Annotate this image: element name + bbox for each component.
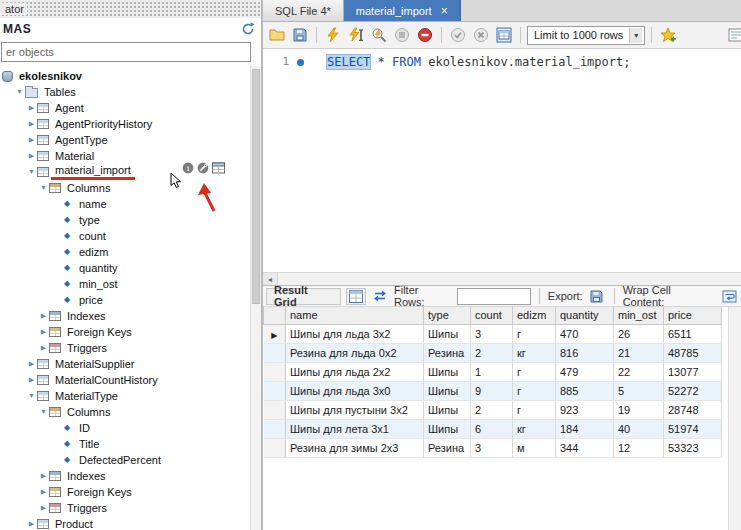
filter-objects-input[interactable]	[1, 42, 251, 62]
collapse-arrow-icon[interactable]: ▼	[38, 180, 49, 196]
tree-scrollbar[interactable]	[250, 66, 261, 530]
close-tab-icon[interactable]: ×	[441, 6, 448, 16]
tree-item-price[interactable]: price	[0, 292, 261, 308]
column-header-count[interactable]: count	[471, 307, 513, 324]
grid-cell[interactable]: Резина для льда 0x2	[286, 343, 424, 362]
grid-cell[interactable]: 2	[471, 343, 513, 362]
tree-item-ekolesnikov[interactable]: ekolesnikov	[0, 68, 261, 84]
grid-cell[interactable]: 3	[471, 324, 513, 343]
tree-item-agenttype[interactable]: ▶AgentType	[0, 132, 261, 148]
tree-item-materialsupplier[interactable]: ▶MaterialSupplier	[0, 356, 261, 372]
grid-cell[interactable]: 6511	[664, 324, 722, 343]
export-icon[interactable]	[588, 288, 606, 305]
grid-cell[interactable]: Шипы для пустыни 3x2	[286, 400, 424, 419]
grid-cell[interactable]: 923	[556, 400, 614, 419]
limit-rows-dropdown[interactable]: Limit to 1000 rows ▾	[527, 26, 645, 45]
grid-cell[interactable]: 184	[556, 419, 614, 438]
expand-arrow-icon[interactable]: ▶	[38, 484, 49, 500]
grid-cell[interactable]: 470	[556, 324, 614, 343]
tree-item-foreign-keys[interactable]: ▶Foreign Keys	[0, 324, 261, 340]
expand-arrow-icon[interactable]: ▶	[38, 324, 49, 340]
grid-cell[interactable]: Резина	[424, 438, 471, 457]
grid-vscrollbar[interactable]	[728, 307, 741, 530]
grid-cell[interactable]: 51974	[664, 419, 722, 438]
tree-item-title[interactable]: Title	[0, 436, 261, 452]
execute-current-icon[interactable]	[346, 25, 366, 45]
grid-cell[interactable]: Резина	[424, 343, 471, 362]
expand-arrow-icon[interactable]: ▶	[38, 500, 49, 516]
tree-item-defectedpercent[interactable]: DefectedPercent	[0, 452, 261, 468]
grid-cell[interactable]: Шипы для льда 2x2	[286, 362, 424, 381]
wrap-text-icon[interactable]	[726, 25, 741, 45]
grid-cell[interactable]: Шипы для льда 3x2	[286, 324, 424, 343]
tree-item-indexes[interactable]: ▶Indexes	[0, 308, 261, 324]
table-row[interactable]: Шипы для пустыни 3x2Шипы2г9231928748	[264, 400, 722, 419]
tree-item-triggers[interactable]: ▶Triggers	[0, 340, 261, 356]
explain-icon[interactable]	[369, 25, 389, 45]
tree-item-quantity[interactable]: quantity	[0, 260, 261, 276]
grid-cell[interactable]: 53323	[664, 438, 722, 457]
row-selector[interactable]	[264, 419, 286, 438]
collapse-arrow-icon[interactable]: ▼	[26, 388, 37, 404]
rollback-icon[interactable]	[471, 25, 491, 45]
expand-arrow-icon[interactable]: ▶	[38, 340, 49, 356]
table-row[interactable]: Шипы для льда 3x0Шипы9г885552272	[264, 381, 722, 400]
grid-cell[interactable]: 816	[556, 343, 614, 362]
tree-item-triggers[interactable]: ▶Triggers	[0, 500, 261, 516]
grid-cell[interactable]: Шипы для льда 3x0	[286, 381, 424, 400]
grid-cell[interactable]: 3	[471, 438, 513, 457]
tree-item-columns[interactable]: ▼Columns	[0, 180, 261, 196]
table-row[interactable]: Шипы для лета 3x1Шипы6кг1844051974	[264, 419, 722, 438]
table-row[interactable]: Резина для льда 0x2Резина2кг8162148785	[264, 343, 722, 362]
grid-cell[interactable]: 344	[556, 438, 614, 457]
wrap-cell-icon[interactable]	[720, 288, 738, 305]
expand-arrow-icon[interactable]: ▶	[26, 356, 37, 372]
grid-cell[interactable]: кг	[513, 343, 556, 362]
tree-item-tables[interactable]: ▼Tables	[0, 84, 261, 100]
grid-cell[interactable]: 9	[471, 381, 513, 400]
row-selector[interactable]: ▶	[264, 324, 286, 343]
expand-arrow-icon[interactable]: ▶	[26, 148, 37, 164]
grid-cell[interactable]: Шипы	[424, 381, 471, 400]
grid-cell[interactable]: 1	[471, 362, 513, 381]
row-selector[interactable]	[264, 362, 286, 381]
tree-item-materialtype[interactable]: ▼MaterialType	[0, 388, 261, 404]
row-selector-header[interactable]	[264, 307, 286, 324]
grid-cell[interactable]: кг	[513, 419, 556, 438]
tree-item-indexes[interactable]: ▶Indexes	[0, 468, 261, 484]
grid-cell[interactable]: 5	[614, 381, 664, 400]
expand-arrow-icon[interactable]: ▶	[38, 308, 49, 324]
tree-item-columns[interactable]: ▼Columns	[0, 404, 261, 420]
stop-icon[interactable]	[392, 25, 412, 45]
table-row[interactable]: Резина для зимы 2x3Резина3м3441253323	[264, 438, 722, 457]
tree-item-name[interactable]: name	[0, 196, 261, 212]
tree-item-foreign-keys[interactable]: ▶Foreign Keys	[0, 484, 261, 500]
save-script-icon[interactable]	[290, 25, 310, 45]
expand-arrow-icon[interactable]: ▶	[38, 468, 49, 484]
row-selector[interactable]	[264, 343, 286, 362]
table-data-icon[interactable]	[212, 162, 225, 174]
column-header-name[interactable]: name	[286, 307, 424, 324]
table-row[interactable]: Шипы для льда 2x2Шипы1г4792213077	[264, 362, 722, 381]
tree-item-edizm[interactable]: edizm	[0, 244, 261, 260]
grid-cell[interactable]: Шипы для лета 3x1	[286, 419, 424, 438]
add-snippet-icon[interactable]	[658, 25, 678, 45]
commit-icon[interactable]	[448, 25, 468, 45]
grid-cell[interactable]: г	[513, 400, 556, 419]
refresh-grid-icon[interactable]	[371, 288, 389, 305]
collapse-arrow-icon[interactable]: ▼	[14, 84, 25, 100]
grid-cell[interactable]: 48785	[664, 343, 722, 362]
tree-item-agent[interactable]: ▶Agent	[0, 100, 261, 116]
expand-arrow-icon[interactable]: ▶	[26, 372, 37, 388]
refresh-schemas-icon[interactable]	[240, 22, 255, 37]
grid-cell[interactable]: 28748	[664, 400, 722, 419]
grid-cell[interactable]: Шипы	[424, 362, 471, 381]
tree-item-type[interactable]: type	[0, 212, 261, 228]
grid-cell[interactable]: 479	[556, 362, 614, 381]
tree-item-agentpriorityhistory[interactable]: ▶AgentPriorityHistory	[0, 116, 261, 132]
table-wrench-icon[interactable]	[197, 162, 209, 174]
grid-cell[interactable]: г	[513, 381, 556, 400]
execute-icon[interactable]	[323, 25, 343, 45]
expand-arrow-icon[interactable]: ▶	[26, 100, 37, 116]
grid-cell[interactable]: м	[513, 438, 556, 457]
